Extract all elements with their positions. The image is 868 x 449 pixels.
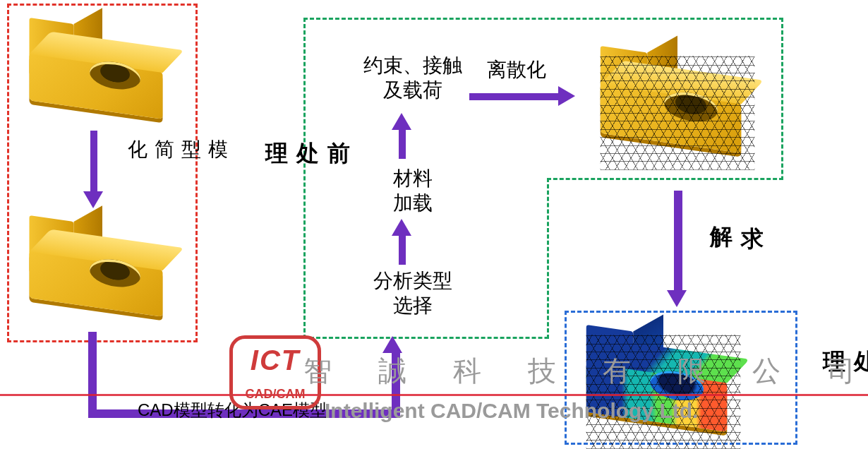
meshed-model-icon: [601, 56, 755, 170]
heading-preprocess: 前 处 理: [261, 124, 354, 128]
label-analysis-type: 分析类型 选择: [356, 268, 469, 318]
cad-model-icon: [30, 28, 176, 136]
label-simplify: 模 型 简 化: [123, 124, 231, 128]
workflow-diagram: 模 型 简 化 CAD模型转化为CAE模型 （干涉检查） 装配体 前 处 理 分…: [0, 0, 868, 449]
simplified-model-icon: [30, 225, 176, 333]
label-discretize: 离散化: [487, 56, 546, 83]
label-material: 材料 加载: [370, 166, 455, 215]
heading-postprocess: 后 处 理: [819, 332, 868, 336]
heading-solve: 求 解: [706, 208, 768, 212]
watermark-divider: [0, 394, 868, 396]
watermark-cn: 智 誠 科 技 有 限 公 司: [303, 352, 868, 390]
label-constraint: 约束、接触 及载荷: [335, 53, 490, 102]
watermark-en: Intelligent CAD/CAM Technology Ltd.: [325, 399, 698, 423]
